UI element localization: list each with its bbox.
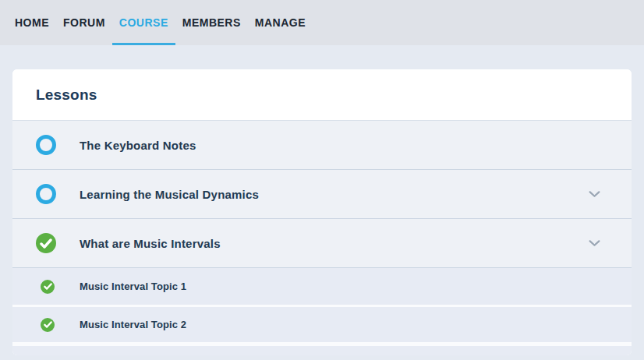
lesson-title: The Keyboard Notes bbox=[80, 139, 196, 152]
tab-forum[interactable]: FORUM bbox=[63, 0, 105, 45]
lesson-title: Learning the Musical Dynamics bbox=[80, 188, 259, 201]
topic-title: Music Interval Topic 1 bbox=[80, 281, 186, 292]
circle-outline-icon bbox=[36, 135, 56, 155]
lesson-title: What are Music Intervals bbox=[80, 237, 221, 250]
check-circle-icon bbox=[41, 280, 55, 294]
chevron-down-icon[interactable] bbox=[589, 191, 600, 198]
circle-outline-icon bbox=[36, 184, 56, 204]
check-circle-icon bbox=[41, 318, 55, 332]
lesson-row-music-intervals[interactable]: What are Music Intervals bbox=[12, 219, 632, 268]
top-nav: HOME FORUM COURSE MEMBERS MANAGE bbox=[0, 0, 644, 45]
topic-row-music-interval-2[interactable]: Music Interval Topic 2 bbox=[12, 307, 632, 346]
topic-row-partial[interactable] bbox=[12, 346, 632, 355]
lesson-row-musical-dynamics[interactable]: Learning the Musical Dynamics bbox=[12, 170, 632, 219]
tab-course[interactable]: COURSE bbox=[119, 0, 168, 45]
topic-row-music-interval-1[interactable]: Music Interval Topic 1 bbox=[12, 268, 632, 307]
lessons-panel-header: Lessons bbox=[12, 69, 632, 121]
page-title: Lessons bbox=[36, 86, 97, 104]
lesson-row-keyboard-notes[interactable]: The Keyboard Notes bbox=[12, 121, 632, 170]
chevron-down-icon[interactable] bbox=[589, 240, 600, 247]
tab-manage[interactable]: MANAGE bbox=[255, 0, 306, 45]
topic-title: Music Interval Topic 2 bbox=[80, 319, 186, 330]
check-circle-icon bbox=[36, 233, 56, 253]
lessons-panel: Lessons The Keyboard Notes Learning the … bbox=[12, 69, 632, 355]
tab-home[interactable]: HOME bbox=[15, 0, 49, 45]
tab-members[interactable]: MEMBERS bbox=[182, 0, 241, 45]
